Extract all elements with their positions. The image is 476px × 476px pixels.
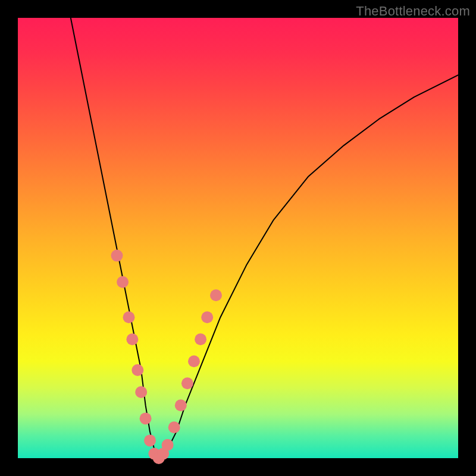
bottleneck-curve-path xyxy=(71,18,458,458)
highlight-dot xyxy=(168,421,180,433)
highlight-dot xyxy=(135,386,147,398)
curve-svg xyxy=(18,18,458,458)
highlight-dot xyxy=(117,276,129,288)
highlight-dots-group xyxy=(111,250,223,464)
highlight-dot xyxy=(140,412,152,424)
highlight-dot xyxy=(162,439,174,451)
highlight-dot xyxy=(188,355,200,367)
chart-frame: TheBottleneck.com xyxy=(0,0,476,476)
watermark-text: TheBottleneck.com xyxy=(356,4,470,19)
highlight-dot xyxy=(131,364,143,376)
highlight-dot xyxy=(126,333,138,345)
highlight-dot xyxy=(181,377,193,389)
highlight-dot xyxy=(201,311,213,323)
highlight-dot xyxy=(144,434,156,446)
highlight-dot xyxy=(195,333,206,345)
highlight-dot xyxy=(210,289,222,301)
highlight-dot xyxy=(123,311,135,323)
plot-area xyxy=(18,18,458,458)
highlight-dot xyxy=(175,399,187,411)
highlight-dot xyxy=(111,250,123,262)
